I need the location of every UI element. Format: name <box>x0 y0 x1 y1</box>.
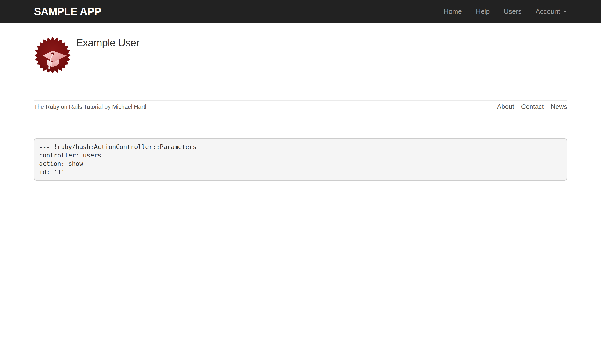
nav-link-users[interactable]: Users <box>497 0 529 23</box>
attribution-prefix: The <box>34 103 46 110</box>
brand-logo[interactable]: SAMPLE APP <box>34 5 101 18</box>
nav-link-help[interactable]: Help <box>469 0 497 23</box>
user-avatar <box>34 37 71 74</box>
nav-link-home[interactable]: Home <box>437 0 469 23</box>
footer-link-news[interactable]: News <box>551 103 567 110</box>
page-title-user-name: Example User <box>76 37 139 49</box>
footer-nav: About Contact News <box>490 103 567 111</box>
navbar-links: Home Help Users Account <box>437 0 567 23</box>
attribution-middle: by <box>103 103 112 110</box>
footer-link-contact[interactable]: Contact <box>521 103 544 110</box>
debug-params-dump: --- !ruby/hash:ActionController::Paramet… <box>34 139 567 181</box>
footer: The Ruby on Rails Tutorial by Michael Ha… <box>34 100 567 111</box>
caret-down-icon <box>563 10 567 13</box>
nav-link-account-label: Account <box>536 8 560 15</box>
navbar: SAMPLE APP Home Help Users Account <box>0 0 601 23</box>
footer-attribution: The Ruby on Rails Tutorial by Michael Ha… <box>34 103 146 110</box>
footer-link-michael-hartl[interactable]: Michael Hartl <box>112 103 146 110</box>
nav-dropdown-account[interactable]: Account <box>529 0 567 23</box>
footer-link-rails-tutorial[interactable]: Ruby on Rails Tutorial <box>46 103 103 110</box>
main-content: Example User The Ruby on Rails Tutorial … <box>34 37 567 181</box>
footer-link-about[interactable]: About <box>497 103 514 110</box>
user-info-section: Example User <box>34 37 567 74</box>
